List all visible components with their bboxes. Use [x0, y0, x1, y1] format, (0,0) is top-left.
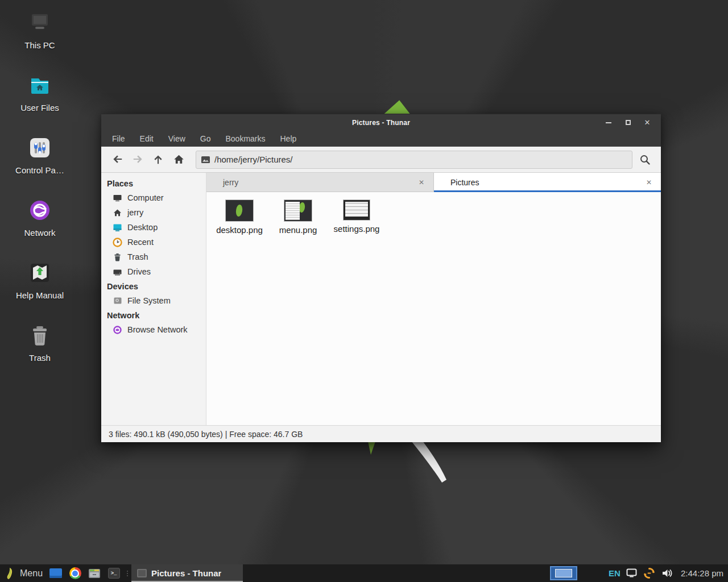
trash-can-icon: [27, 323, 52, 348]
window-controls: ✕: [603, 117, 661, 128]
taskbar: Menu >_ Pictures - Thunar EN: [0, 564, 728, 582]
keyboard-layout-indicator[interactable]: EN: [609, 568, 621, 578]
terminal-icon: >_: [108, 568, 120, 579]
maximize-button[interactable]: [622, 117, 634, 128]
content-pane: jerry ✕ Pictures ✕ desktop.png: [206, 173, 661, 425]
desktop-icon-label: Trash: [29, 353, 51, 363]
desktop-icon-user-files[interactable]: User Files: [6, 67, 74, 130]
sidebar-item-label: File System: [127, 296, 171, 305]
home-button[interactable]: [168, 150, 189, 169]
up-arrow-icon: [153, 154, 164, 165]
sidebar-item-desktop[interactable]: Desktop: [101, 220, 206, 235]
menu-bookmarks[interactable]: Bookmarks: [219, 132, 271, 145]
sidebar-header-devices: Devices: [101, 279, 206, 293]
sidebar-item-label: Recent: [127, 238, 154, 247]
desktop-icon-trash[interactable]: Trash: [6, 317, 74, 380]
tab-jerry[interactable]: jerry ✕: [206, 173, 434, 192]
image-thumbnail: [344, 200, 370, 220]
tab-pictures[interactable]: Pictures ✕: [434, 173, 661, 192]
file-name: desktop.png: [216, 225, 263, 235]
sidebar-item-computer[interactable]: Computer: [101, 190, 206, 205]
file-settings-png[interactable]: settings.png: [329, 198, 384, 234]
volume-tray-icon[interactable]: [661, 567, 673, 580]
desktop-icon: [113, 223, 122, 232]
menu-help[interactable]: Help: [274, 132, 303, 145]
thunar-window: Pictures - Thunar ✕ File Edit View Go Bo…: [101, 114, 661, 442]
desktop-icon-label: Control Pa…: [15, 165, 64, 175]
forward-button[interactable]: [127, 150, 148, 169]
desktop-icon-network[interactable]: Network: [6, 192, 74, 255]
computer-icon: [27, 10, 52, 35]
image-thumbnail: [284, 200, 312, 221]
sidebar-item-file-system[interactable]: File System: [101, 293, 206, 308]
workspace-switcher[interactable]: [550, 566, 577, 580]
menu-edit[interactable]: Edit: [134, 132, 160, 145]
menu-file[interactable]: File: [106, 132, 131, 145]
desktop-icon-label: User Files: [20, 103, 59, 113]
menu-button-label: Menu: [20, 568, 43, 579]
desktop-icon-help-manual[interactable]: Help Manual: [6, 255, 74, 317]
desktop-icon-column: This PC User Files: [0, 5, 80, 380]
distro-logo-icon: [6, 567, 15, 580]
search-button[interactable]: [635, 150, 655, 169]
tab-close-icon[interactable]: ✕: [644, 177, 654, 188]
chrome-launcher[interactable]: [68, 567, 82, 580]
taskbar-right: EN 2:44:28 pm: [550, 566, 723, 580]
display-tray-icon[interactable]: [626, 567, 638, 580]
file-manager-launcher[interactable]: [88, 567, 101, 580]
file-desktop-png[interactable]: desktop.png: [212, 198, 267, 235]
desktop-icon-control-panel[interactable]: Control Pa…: [6, 130, 74, 192]
sidebar-header-network: Network: [101, 308, 206, 322]
home-folder-icon: [27, 73, 52, 98]
menubar: File Edit View Go Bookmarks Help: [101, 131, 661, 147]
home-icon: [173, 154, 184, 165]
sidebar-item-label: Trash: [127, 252, 148, 261]
file-cabinet-icon: [88, 568, 101, 579]
tab-close-icon[interactable]: ✕: [416, 177, 427, 188]
sidebar-item-recent[interactable]: Recent: [101, 235, 206, 250]
update-manager-tray-icon[interactable]: [643, 567, 656, 580]
tasklist-handle[interactable]: [125, 567, 130, 580]
taskbar-task-pictures-thunar[interactable]: Pictures - Thunar: [131, 564, 243, 582]
sliders-icon: [27, 135, 52, 160]
file-menu-png[interactable]: menu.png: [271, 198, 325, 235]
task-label: Pictures - Thunar: [151, 568, 221, 578]
computer-icon: [113, 193, 122, 203]
back-button[interactable]: [107, 150, 127, 169]
desktop-icon-this-pc[interactable]: This PC: [6, 5, 74, 67]
desktop-icon-label: This PC: [24, 40, 55, 50]
window-main: Places Computer jerry Desktop: [101, 173, 661, 425]
tab-label: Pictures: [450, 178, 479, 187]
network-globe-icon: [113, 325, 122, 335]
window-titlebar[interactable]: Pictures - Thunar ✕: [101, 114, 661, 131]
sidebar: Places Computer jerry Desktop: [101, 173, 206, 425]
sidebar-item-jerry[interactable]: jerry: [101, 205, 206, 220]
menu-view[interactable]: View: [162, 132, 192, 145]
wallpaper-logo-white-blade: [406, 439, 453, 485]
file-list[interactable]: desktop.png menu.png settings.png: [206, 192, 661, 425]
sidebar-item-trash[interactable]: Trash: [101, 250, 206, 264]
forward-arrow-icon: [133, 154, 143, 165]
minimize-button[interactable]: [603, 117, 614, 128]
path-bar[interactable]: /home/jerry/Pictures/: [196, 151, 632, 169]
image-file-icon: [201, 156, 210, 163]
tab-bar: jerry ✕ Pictures ✕: [206, 173, 661, 192]
thunar-icon: [137, 569, 147, 577]
sidebar-item-browse-network[interactable]: Browse Network: [101, 322, 206, 337]
home-icon: [113, 208, 122, 218]
blue-window-icon: [49, 568, 62, 578]
sidebar-item-drives[interactable]: Drives: [101, 264, 206, 279]
desktop-icon-label: Network: [24, 228, 55, 238]
file-name: menu.png: [279, 225, 317, 235]
sidebar-item-label: jerry: [127, 208, 143, 217]
close-button[interactable]: ✕: [642, 117, 653, 128]
menu-go[interactable]: Go: [194, 132, 217, 145]
terminal-launcher[interactable]: >_: [107, 567, 121, 580]
applications-menu-button[interactable]: Menu: [2, 564, 46, 582]
desktop-icon-label: Help Manual: [16, 290, 64, 300]
search-icon: [639, 154, 651, 165]
show-desktop-launcher[interactable]: [49, 567, 63, 580]
up-button[interactable]: [148, 150, 168, 169]
tab-label: jerry: [223, 178, 238, 187]
taskbar-clock[interactable]: 2:44:28 pm: [681, 568, 723, 578]
